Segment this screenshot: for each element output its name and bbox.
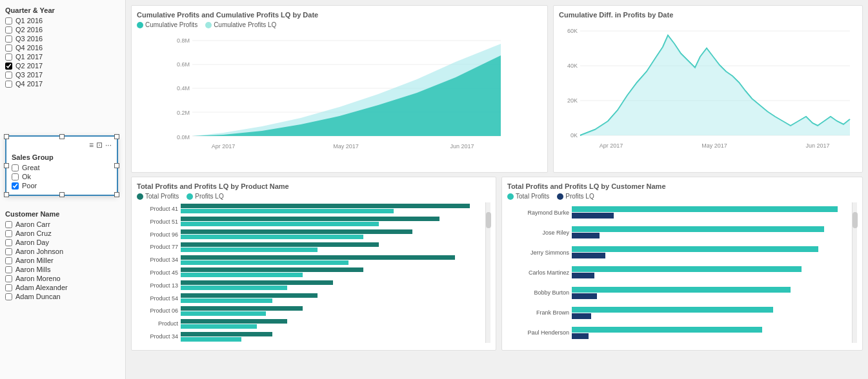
- sales-great[interactable]: Great: [12, 164, 112, 171]
- quarter-q4-2016[interactable]: Q4 2016: [5, 44, 120, 52]
- customer-scroll-thumb[interactable]: [853, 212, 858, 228]
- expand-icon[interactable]: ⊡: [96, 141, 103, 150]
- cust-bar-bobby-lq: [572, 293, 597, 299]
- bar-row-41: [181, 204, 485, 213]
- quarter-q2-2017[interactable]: Q2 2017: [5, 62, 120, 70]
- customer-aaron-miller[interactable]: Aaron Miller: [5, 257, 120, 264]
- legend-profits-lq-bottom: Profits LQ: [187, 193, 223, 200]
- legend-dot-lq-cust: [557, 193, 563, 200]
- quarter-q1-2016[interactable]: Q1 2016: [5, 17, 120, 24]
- customer-aaron-johnson[interactable]: Aaron Johnson: [5, 248, 120, 255]
- legend-label-lq-cust: Profits LQ: [565, 193, 594, 200]
- top-charts-row: Cumulative Profits and Cumulative Profit…: [131, 5, 863, 173]
- customer-label-frank: Frank Brown: [507, 309, 569, 316]
- customer-aaron-moreno[interactable]: Aaron Moreno: [5, 275, 120, 282]
- sales-group-filter-card: ≡ ⊡ ··· Sales Group Great Ok Poor: [5, 135, 118, 196]
- resize-handle-tr[interactable]: [114, 134, 119, 139]
- ellipsis-icon[interactable]: ···: [105, 141, 112, 150]
- customer-bars: [572, 202, 852, 343]
- customer-aaron-day[interactable]: Aaron Day: [5, 238, 120, 246]
- y-0k: 0K: [570, 132, 578, 139]
- product-label-06: Product 06: [137, 307, 178, 314]
- legend-dot-total-cust: [507, 193, 514, 200]
- bar-54-profits: [181, 293, 318, 298]
- bottom-charts-row: Total Profits and Profits LQ by Product …: [131, 177, 863, 351]
- bar-45-profits: [181, 267, 363, 272]
- bar-row-96: [181, 229, 485, 239]
- product-bars: [181, 202, 485, 343]
- cust-bar-row-carlos: [572, 266, 852, 278]
- resize-handle-ml[interactable]: [4, 163, 9, 168]
- bar-41-profits: [181, 204, 470, 208]
- quarter-q4-2017[interactable]: Q4 2017: [5, 80, 120, 88]
- y-20k: 20K: [567, 97, 578, 104]
- resize-handle-mr[interactable]: [114, 163, 119, 168]
- product-scrollbar[interactable]: [485, 202, 490, 343]
- bar-54-lq: [181, 298, 272, 303]
- bar-34b-lq: [181, 337, 241, 342]
- cust-bar-carlos-lq: [572, 273, 594, 278]
- cust-bar-jerry-lq: [572, 253, 605, 258]
- customer-aaron-mills[interactable]: Aaron Mills: [5, 266, 120, 273]
- bar-51-profits: [181, 217, 439, 221]
- customer-adam-alexander[interactable]: Adam Alexander: [5, 284, 120, 291]
- resize-handle-tl[interactable]: [4, 134, 9, 139]
- legend-label-profits: Cumulative Profits: [145, 21, 197, 28]
- bar-row-generic: [181, 319, 485, 329]
- x-label-apr: Apr 2017: [212, 143, 236, 150]
- bar-generic-profits: [181, 319, 287, 324]
- cumulative-area-svg: 0.8M 0.6M 0.4M 0.2M 0.0M Apr: [137, 31, 542, 157]
- sales-group-title: Sales Group: [12, 153, 112, 161]
- customer-bar-container: Raymond Burke Jose Riley Jerry Simmons C…: [507, 202, 857, 343]
- resize-handle-bl[interactable]: [4, 192, 9, 197]
- legend-label-total: Total Profits: [145, 193, 179, 200]
- customer-scrollbar[interactable]: [852, 202, 857, 343]
- quarter-filter: Quarter & Year Q1 2016 Q2 2016 Q3 2016 Q…: [5, 6, 120, 88]
- cust-bar-raymond-profits: [572, 206, 838, 212]
- legend-dot-profits: [137, 22, 143, 28]
- bar-41-lq: [181, 209, 394, 213]
- resize-handle-bm[interactable]: [59, 192, 65, 197]
- bar-13-profits: [181, 280, 333, 285]
- legend-label-total-cust: Total Profits: [516, 193, 549, 200]
- quarter-q1-2017[interactable]: Q1 2017: [5, 53, 120, 61]
- quarter-q3-2017[interactable]: Q3 2017: [5, 71, 120, 79]
- product-label-34: Product 34: [137, 257, 178, 263]
- bar-row-06: [181, 306, 485, 316]
- y-label-04m: 0.4M: [177, 85, 190, 92]
- customer-aaron-carr[interactable]: Aaron Carr: [5, 220, 120, 228]
- customer-label-bobby: Bobby Burton: [507, 289, 569, 296]
- bar-13-lq: [181, 286, 287, 290]
- product-scroll-thumb[interactable]: [486, 212, 491, 228]
- product-label-96: Product 96: [137, 231, 178, 238]
- bar-34b-profits: [181, 332, 272, 336]
- bar-row-34b: [181, 332, 485, 342]
- diff-x-jun: Jun 2017: [805, 142, 829, 149]
- resize-handle-tm[interactable]: [59, 134, 65, 139]
- quarter-q2-2016[interactable]: Q2 2016: [5, 26, 120, 34]
- resize-handle-br[interactable]: [114, 192, 119, 197]
- hamburger-icon[interactable]: ≡: [89, 141, 94, 150]
- customer-legend: Total Profits Profits LQ: [507, 193, 857, 200]
- bar-96-lq: [181, 235, 363, 239]
- cust-bar-row-paul: [572, 327, 852, 339]
- sales-poor[interactable]: Poor: [12, 182, 112, 190]
- cust-bar-carlos-profits: [572, 266, 802, 272]
- quarter-q3-2016[interactable]: Q3 2016: [5, 35, 120, 43]
- product-bar-container: Product 41 Product 51 Product 96 Product…: [137, 202, 490, 343]
- cust-bar-row-jose: [572, 226, 852, 238]
- customer-adam-duncan[interactable]: Adam Duncan: [5, 293, 120, 300]
- bar-77-lq: [181, 248, 318, 252]
- customer-aaron-cruz[interactable]: Aaron Cruz: [5, 229, 120, 237]
- legend-total-profits-cust: Total Profits: [507, 193, 549, 200]
- legend-label-profits-lq: Cumulative Profits LQ: [214, 21, 276, 28]
- bar-45-lq: [181, 273, 303, 277]
- main-content: Cumulative Profits and Cumulative Profit…: [126, 0, 868, 379]
- y-label-00m: 0.0M: [177, 134, 190, 141]
- sales-ok[interactable]: Ok: [12, 173, 112, 180]
- card-toolbar: ≡ ⊡ ···: [12, 141, 112, 150]
- legend-profits-lq-cust: Profits LQ: [557, 193, 594, 200]
- product-label-51: Product 51: [137, 219, 178, 225]
- legend-dot-profits-lq: [205, 22, 212, 28]
- cumulative-profits-chart: Cumulative Profits and Cumulative Profit…: [131, 5, 548, 173]
